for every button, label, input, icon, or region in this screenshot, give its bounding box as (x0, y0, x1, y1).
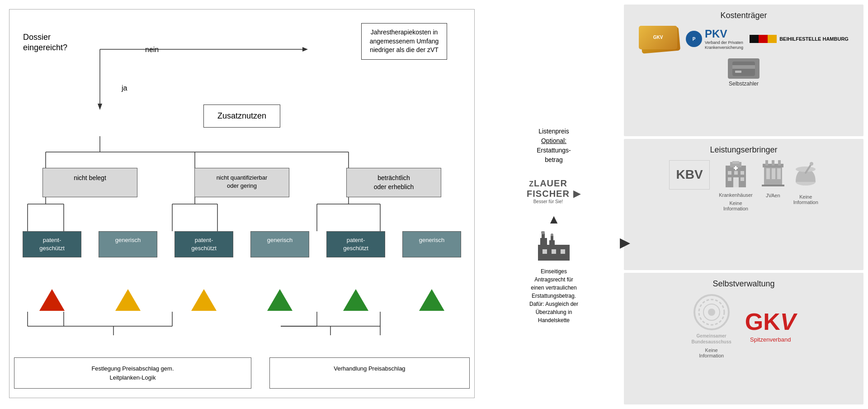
svg-rect-67 (772, 168, 775, 179)
svg-rect-37 (549, 240, 555, 247)
mortar-icon (793, 160, 818, 191)
pg-box-2-patent: patent-geschützt (175, 231, 233, 257)
gkv-card-graphic: GKV (639, 26, 679, 52)
leistungserbringer-section: Leistungserbringer KBV (624, 139, 863, 271)
svg-point-76 (708, 309, 715, 316)
leistungserbringer-logos: KBV (631, 160, 856, 211)
factory-icon (533, 231, 574, 263)
kostentraeger-logos: GKV P PKV Verband der Pr (631, 26, 856, 87)
arrow-right-main: ▶ (620, 234, 630, 250)
selbstzahler-item: Selbstzahler (728, 58, 760, 87)
bottom-boxes: Festlegung Preisabschlag gem. Leitplanke… (14, 357, 470, 389)
svg-rect-60 (733, 177, 739, 187)
flowchart-container: Dossier eingereicht? nein Jahrestherapie… (9, 9, 475, 398)
right-panel: Kostenträger GKV (624, 0, 868, 409)
svg-marker-2 (302, 47, 308, 52)
lauer-fischer-container: ZLAUER FISCHER Besser für Sie! ▶ (527, 178, 581, 209)
svg-rect-64 (772, 160, 774, 166)
svg-rect-49 (735, 71, 741, 73)
factory-text: Einseitiges Antragsrecht für einen vertr… (529, 267, 578, 324)
nein-box: Jahrestherapiekosten in angemessenem Umf… (361, 23, 447, 60)
kostentraeger-title: Kostenträger (631, 11, 856, 20)
pg-box-3-patent: patent-geschützt (326, 231, 385, 257)
triangle-row (14, 289, 470, 311)
svg-text:P: P (693, 37, 696, 42)
svg-rect-42 (542, 249, 547, 254)
category-row: nicht belegt nicht quantifizierbaroder g… (14, 168, 470, 197)
kbv-logo: KBV (669, 160, 710, 190)
pg-box-3-generisch: generisch (402, 231, 461, 257)
listenpreis-text: Listenpreis Optional: Erstattungs- betra… (537, 127, 571, 165)
lauer-fischer-logo: ZLAUER FISCHER Besser für Sie! (527, 178, 570, 204)
dossier-question: Dossier eingereicht? (23, 32, 67, 53)
svg-point-73 (810, 162, 813, 166)
svg-rect-54 (735, 166, 736, 170)
ja-label: ja (122, 84, 127, 92)
svg-rect-38 (542, 233, 545, 240)
svg-rect-56 (734, 171, 738, 175)
svg-rect-44 (561, 249, 565, 254)
apotheke-item: Keine Information (793, 160, 818, 205)
jvaen-item: JVAen (762, 160, 784, 198)
selbstverwaltung-title: Selbstverwaltung (631, 279, 856, 289)
pkv-emblem: P (686, 31, 702, 47)
pg-box-2-generisch: generisch (250, 231, 309, 257)
pkv-logo: P PKV Verband der Privaten Krankenversic… (686, 28, 743, 50)
svg-rect-65 (778, 160, 781, 166)
gkv-logo-text: GKV (745, 310, 796, 333)
svg-rect-55 (728, 171, 731, 175)
gba-text: Gemeinsamer Bundesausschuss (691, 333, 731, 345)
svg-rect-57 (741, 171, 744, 175)
triangle-red (39, 289, 65, 311)
selbstverwaltung-logos: Gemeinsamer Bundesausschuss Keine Inform… (631, 294, 856, 358)
svg-point-41 (551, 233, 553, 236)
spitzenverband-label: Spitzenverband (750, 336, 791, 343)
leistungserbringer-title: Leistungserbringer (631, 145, 856, 155)
svg-rect-68 (777, 168, 781, 179)
svg-rect-69 (762, 185, 784, 186)
svg-point-71 (796, 166, 816, 172)
svg-marker-5 (98, 104, 102, 110)
triangle-green-2 (343, 289, 368, 311)
svg-rect-52 (732, 161, 739, 164)
svg-rect-39 (551, 236, 553, 241)
triangle-green-1 (267, 289, 292, 311)
building-icon (721, 160, 750, 190)
svg-rect-63 (765, 160, 768, 166)
nein-label: nein (145, 46, 159, 54)
category-nicht-belegt: nicht belegt (42, 168, 137, 197)
jvaen-icon (762, 160, 784, 190)
triangle-yellow-1 (115, 289, 141, 311)
bottom-box-verhandlung: Verhandlung Preisabschlag (269, 357, 470, 389)
gba-logo (693, 294, 730, 330)
triangle-yellow-2 (191, 289, 217, 311)
flowchart-lines (9, 10, 474, 398)
arrow-up: ▲ (547, 212, 560, 227)
optional-label: Optional: (541, 137, 566, 144)
pg-box-1-patent: patent-geschützt (23, 231, 81, 257)
kbv-item: KBV (669, 160, 710, 190)
beihilfe-logo: BEIHILFESTELLE HAMBURG (750, 35, 849, 43)
selbstverwaltung-section: Selbstverwaltung Gemeinsamer Bundesaussc… (624, 273, 863, 404)
svg-rect-59 (741, 177, 744, 181)
zusatznutzen-box: Zusatznutzen (203, 105, 280, 128)
pkv-item: P PKV Verband der Privaten Krankenversic… (686, 28, 743, 50)
svg-rect-58 (728, 177, 731, 181)
pg-row: patent-geschützt generisch patent-geschü… (14, 231, 470, 257)
pg-box-1-generisch: generisch (99, 231, 157, 257)
gkv-spitzenverband-item: GKV Spitzenverband (745, 310, 796, 343)
svg-rect-48 (732, 65, 755, 69)
gba-item: Gemeinsamer Bundesausschuss Keine Inform… (691, 294, 731, 358)
category-betraechtlich: beträchtlichoder erheblich (346, 168, 441, 197)
gkv-spitzenverband-logo: GKV (745, 310, 796, 333)
triangle-green-3 (419, 289, 444, 311)
category-nicht-quantifizierbar: nicht quantifizierbaroder gering (194, 168, 289, 197)
svg-rect-66 (766, 168, 770, 179)
beihilfe-item: BEIHILFESTELLE HAMBURG (750, 35, 849, 43)
gkv-card-item: GKV (639, 26, 679, 52)
svg-rect-43 (552, 249, 556, 254)
bottom-box-festlegung: Festlegung Preisabschlag gem. Leitplanke… (14, 357, 251, 389)
middle-panel: Listenpreis Optional: Erstattungs- betra… (484, 0, 624, 409)
left-panel: Dossier eingereicht? nein Jahrestherapie… (0, 0, 484, 409)
kostentraeger-section: Kostenträger GKV (624, 5, 863, 136)
